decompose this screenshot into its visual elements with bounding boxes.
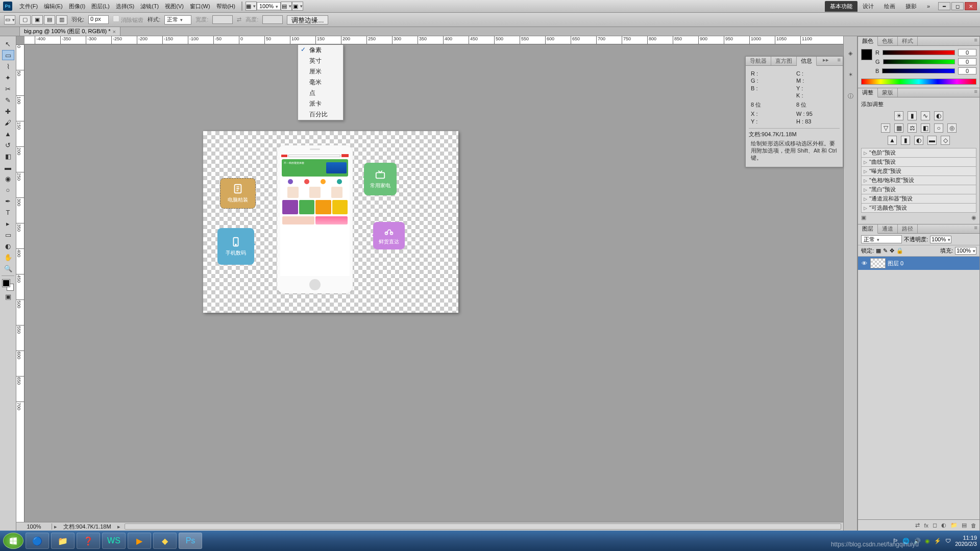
g-value[interactable]: 0 xyxy=(958,58,976,65)
adj-gradient-map-icon[interactable]: ▬ xyxy=(927,136,937,145)
marquee-subtract-icon[interactable]: ▤ xyxy=(44,15,55,24)
adj-balance-icon[interactable]: ⚖ xyxy=(908,123,917,133)
adj-footer-left-icon[interactable]: ▣ xyxy=(861,214,866,221)
opacity-input[interactable]: 100% xyxy=(930,236,951,243)
status-doc-info[interactable]: 文档:904.7K/1.18M xyxy=(59,523,115,531)
adj-vibrance-icon[interactable]: ▽ xyxy=(881,123,890,133)
dock-actions-icon[interactable]: ✶ xyxy=(846,70,855,79)
fill-input[interactable]: 100% xyxy=(955,247,976,255)
lock-position-icon[interactable]: ✥ xyxy=(890,247,894,254)
window-minimize[interactable]: ━ xyxy=(938,2,950,10)
marquee-add-icon[interactable]: ▣ xyxy=(32,15,43,24)
adj-hue-icon[interactable]: ▦ xyxy=(894,123,903,133)
link-layers-icon[interactable]: ⇄ xyxy=(915,522,920,529)
delete-layer-icon[interactable]: 🗑 xyxy=(971,522,976,529)
layer-name[interactable]: 图层 0 xyxy=(888,260,903,267)
brush-controls-icon[interactable]: ▦ xyxy=(246,2,257,11)
new-fill-layer-icon[interactable]: ◐ xyxy=(941,522,946,529)
eyedropper-tool[interactable]: ✎ xyxy=(2,95,14,105)
zoom-percent[interactable]: 100% xyxy=(257,2,281,10)
panel-collapse-icon[interactable]: ▸▸ xyxy=(821,57,831,65)
swap-wh-icon[interactable]: ⇄ xyxy=(237,16,241,23)
quick-mask-tool[interactable]: ▣ xyxy=(2,291,14,302)
doc-arrange-icon[interactable]: ▤ xyxy=(281,2,292,11)
dock-info-icon[interactable]: ⓘ xyxy=(846,91,855,101)
workspace-tab-photography[interactable]: 摄影 xyxy=(900,1,922,12)
preset-levels[interactable]: ▷"色阶"预设 xyxy=(861,148,976,158)
preset-channel-mixer[interactable]: ▷"通道混和器"预设 xyxy=(861,194,976,204)
history-brush-tool[interactable]: ↺ xyxy=(2,140,14,150)
tab-adjustments[interactable]: 调整 xyxy=(858,88,878,97)
foreground-color-swatch[interactable] xyxy=(3,280,10,287)
lock-transparency-icon[interactable]: ▦ xyxy=(876,247,881,254)
viewport[interactable]: 不一样的视觉体验 xyxy=(24,44,843,522)
task-app[interactable]: ◆ xyxy=(153,533,177,549)
shape-tool[interactable]: ▭ xyxy=(2,230,14,240)
gradient-tool[interactable]: ▬ xyxy=(2,162,14,172)
marquee-new-icon[interactable]: ▢ xyxy=(19,15,31,24)
menu-file[interactable]: 文件(F) xyxy=(16,2,41,11)
crop-tool[interactable]: ✂ xyxy=(2,84,14,94)
unit-picas[interactable]: 派卡 xyxy=(298,98,343,109)
unit-mm[interactable]: 毫米 xyxy=(298,77,343,88)
antialias-checkbox[interactable]: 消除锯齿 xyxy=(113,15,143,24)
close-tab-icon[interactable]: × xyxy=(113,29,116,35)
task-media[interactable]: ▶ xyxy=(128,533,151,549)
panel-menu-icon[interactable]: ≡ xyxy=(972,88,979,97)
status-arrow-icon[interactable]: ▸ xyxy=(52,523,59,530)
tray-flag-icon[interactable]: 🏳 xyxy=(893,538,898,544)
current-color-swatch[interactable] xyxy=(861,49,872,60)
adj-photo-filter-icon[interactable]: ○ xyxy=(934,123,943,133)
zoom-tool[interactable]: 🔍 xyxy=(2,263,14,273)
healing-tool[interactable]: ✚ xyxy=(2,106,14,116)
tab-histogram[interactable]: 直方图 xyxy=(771,57,797,65)
preset-exposure[interactable]: ▷"曝光度"预设 xyxy=(861,166,976,176)
unit-cm[interactable]: 厘米 xyxy=(298,66,343,77)
color-spectrum[interactable] xyxy=(861,79,976,85)
dodge-tool[interactable]: ○ xyxy=(2,185,14,195)
start-button[interactable] xyxy=(3,533,23,549)
blend-mode-select[interactable]: 正常 xyxy=(861,235,902,243)
adj-posterize-icon[interactable]: ▮ xyxy=(901,136,910,145)
panel-menu-icon[interactable]: ≡ xyxy=(836,57,843,65)
layer-mask-icon[interactable]: ◻ xyxy=(933,522,937,529)
tray-nvidia-icon[interactable]: ◉ xyxy=(925,538,930,544)
quick-select-tool[interactable]: ✦ xyxy=(2,72,14,83)
eraser-tool[interactable]: ◧ xyxy=(2,151,14,161)
brush-tool[interactable]: 🖌 xyxy=(2,117,14,128)
task-photoshop[interactable]: Ps xyxy=(179,533,202,549)
ruler-horizontal[interactable]: -400-350-300-250-200-150-100-50050100150… xyxy=(24,36,843,44)
adj-selective-icon[interactable]: ◇ xyxy=(941,136,950,145)
tab-styles[interactable]: 样式 xyxy=(898,37,918,45)
b-value[interactable]: 0 xyxy=(958,67,976,74)
layer-style-icon[interactable]: fx xyxy=(924,522,928,529)
adj-channel-mixer-icon[interactable]: ◎ xyxy=(947,123,957,133)
screen-mode-icon[interactable]: ▣ xyxy=(292,2,303,11)
feather-input[interactable]: 0 px xyxy=(88,15,109,24)
preset-hue-sat[interactable]: ▷"色相/饱和度"预设 xyxy=(861,176,976,185)
refine-edge-button[interactable]: 调整边缘... xyxy=(287,15,328,24)
color-swatches[interactable] xyxy=(3,280,14,291)
marquee-tool[interactable]: ▭ xyxy=(2,50,14,60)
move-tool[interactable]: ↖ xyxy=(2,39,14,49)
task-help[interactable]: ❓ xyxy=(77,533,100,549)
tab-channels[interactable]: 通道 xyxy=(878,224,898,233)
tab-paths[interactable]: 路径 xyxy=(898,224,918,233)
blur-tool[interactable]: ◉ xyxy=(2,173,14,184)
style-select[interactable]: 正常 xyxy=(164,15,191,24)
clock[interactable]: 11:19 2020/2/3 xyxy=(955,535,977,547)
adj-invert-icon[interactable]: ▲ xyxy=(888,136,897,145)
tab-swatches[interactable]: 色板 xyxy=(878,37,898,45)
tray-battery-icon[interactable]: ⚡ xyxy=(934,538,941,544)
workspace-more[interactable]: » xyxy=(922,2,935,11)
pen-tool[interactable]: ✒ xyxy=(2,196,14,206)
task-explorer[interactable]: 📁 xyxy=(51,533,75,549)
tray-network-icon[interactable]: 🌐 xyxy=(902,538,910,544)
new-layer-icon[interactable]: ▤ xyxy=(962,522,967,529)
panel-menu-icon[interactable]: ≡ xyxy=(972,224,979,233)
window-maximize[interactable]: ◻ xyxy=(951,2,964,10)
menu-filter[interactable]: 滤镜(T) xyxy=(137,2,162,11)
unit-percent[interactable]: 百分比 xyxy=(298,109,343,120)
unit-inches[interactable]: 英寸 xyxy=(298,56,343,66)
adj-threshold-icon[interactable]: ◐ xyxy=(914,136,923,145)
